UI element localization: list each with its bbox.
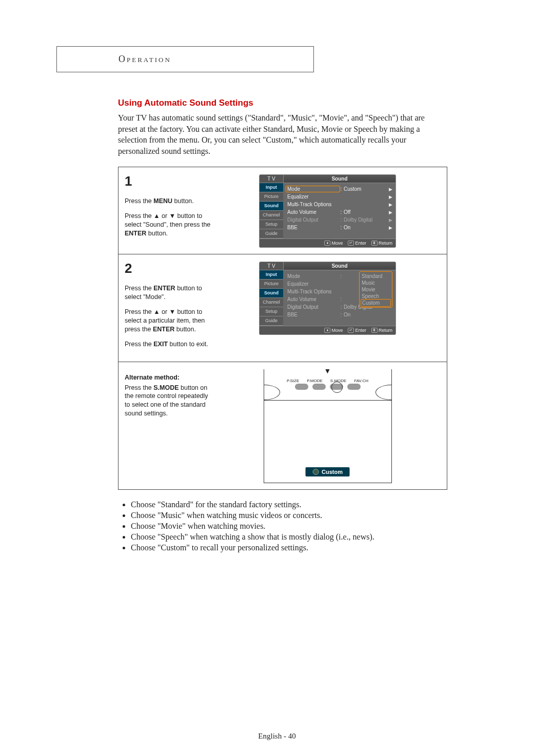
osd-tab-setup: Setup xyxy=(260,220,283,229)
osd-tab-channel: Channel xyxy=(260,211,283,220)
smode-button xyxy=(330,384,343,390)
chapter-header: Operation xyxy=(56,46,314,72)
intro-paragraph: Your TV has automatic sound settings ("S… xyxy=(118,112,446,156)
mode-dropdown: Standard Music Movie Speech Custom xyxy=(359,271,392,308)
alternate-figure: ▼ P.SIZE P.MODE S.MODE FAV.CH xyxy=(214,367,441,483)
step-2-p3: Press the EXIT button to exit. xyxy=(125,340,214,349)
chapter-title: Operation xyxy=(118,54,171,64)
note-item: Choose "Custom" to recall your personali… xyxy=(131,543,459,552)
step-1: 1 Press the MENU button. Press the ▲ or … xyxy=(118,167,447,254)
alternate-p: Press the S.MODE button on the remote co… xyxy=(125,384,214,419)
osd-tab-input: Input xyxy=(260,183,283,192)
step-alternate: Alternate method: Press the S.MODE butto… xyxy=(118,362,447,489)
page-footer: English - 40 xyxy=(0,732,554,741)
note-item: Choose "Standard" for the standard facto… xyxy=(131,500,459,509)
psize-button xyxy=(295,384,308,390)
osd-tv-label: T V xyxy=(260,262,284,270)
step-1-p2: Press the ▲ or ▼ button to select "Sound… xyxy=(125,212,214,238)
note-item: Choose "Speech" when watching a show tha… xyxy=(131,532,459,542)
note-item: Choose "Movie" when watching movies. xyxy=(131,522,459,531)
step-1-figure: T V Sound Input Picture Sound Channel Se… xyxy=(214,172,441,248)
osd-title: Sound xyxy=(284,262,395,270)
speaker-icon xyxy=(312,469,319,475)
step-number: 2 xyxy=(125,260,214,277)
osd-tab-picture: Picture xyxy=(260,192,283,202)
step-number: 1 xyxy=(125,172,214,190)
pmode-button xyxy=(312,384,326,390)
alternate-text: Alternate method: Press the S.MODE butto… xyxy=(125,367,214,483)
note-item: Choose "Music" when watching music video… xyxy=(131,511,459,520)
remote-top: ▼ P.SIZE P.MODE S.MODE FAV.CH xyxy=(264,369,392,400)
step-1-p1: Press the MENU button. xyxy=(125,197,214,206)
osd-tab-guide: Guide xyxy=(260,229,283,238)
osd-menu-1: T V Sound Input Picture Sound Channel Se… xyxy=(259,174,396,248)
step-2-figure: T V Sound Input Picture Sound Channel Se… xyxy=(214,260,441,355)
page: Operation Using Automatic Sound Settings… xyxy=(0,0,554,756)
step-2-p1: Press the ENTER button to select "Mode". xyxy=(125,284,214,302)
step-1-text: 1 Press the MENU button. Press the ▲ or … xyxy=(125,172,214,248)
osd-tab-sound: Sound xyxy=(260,202,283,211)
down-arrow-icon: ▼ xyxy=(324,369,331,375)
step-2-p2: Press the ▲ or ▼ button to select a part… xyxy=(125,308,214,334)
osd-tv-label: T V xyxy=(260,175,284,183)
osd-title: Sound xyxy=(284,175,395,183)
mode-badge: Custom xyxy=(305,467,350,476)
steps-box: 1 Press the MENU button. Press the ▲ or … xyxy=(118,167,447,489)
step-2: 2 Press the ENTER button to select "Mode… xyxy=(118,254,447,362)
osd-tabs: Input Picture Sound Channel Setup Guide xyxy=(260,183,283,238)
osd-footer: ♦Move ↵Enter ⅢReturn xyxy=(260,238,395,247)
osd-menu-2: T V Sound Input Picture Sound Channel Se… xyxy=(259,262,396,335)
step-2-text: 2 Press the ENTER button to select "Mode… xyxy=(125,260,214,355)
notes-list: Choose "Standard" for the standard facto… xyxy=(118,500,459,552)
favch-button xyxy=(347,384,361,390)
osd-list: Mode:Custom▶ Equalizer▶ Multi-Track Opti… xyxy=(283,183,395,238)
alternate-heading: Alternate method: xyxy=(125,373,214,382)
tv-screen: Custom xyxy=(264,400,392,483)
section-title: Using Automatic Sound Settings xyxy=(118,98,492,108)
